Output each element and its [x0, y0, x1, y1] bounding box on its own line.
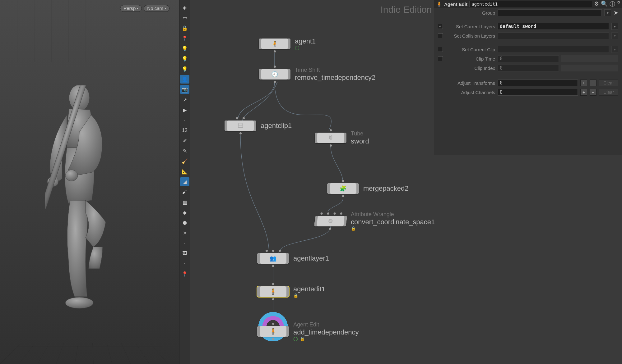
collision-layers-field[interactable] [498, 32, 609, 39]
adjust-channels-add-button[interactable]: + [580, 89, 587, 96]
display-tool-17[interactable]: ◢ [180, 177, 189, 186]
node-type-hint: Agent Edit [293, 321, 359, 328]
info-icon[interactable]: ⓘ [610, 0, 615, 8]
group-field[interactable] [498, 9, 602, 16]
gear-icon[interactable]: ⚙ [594, 0, 599, 8]
node-icon: 🧩 [340, 185, 346, 192]
display-tool-0[interactable]: ◈ [180, 3, 189, 12]
node-name-label: sword [351, 137, 369, 145]
viewport-grid [0, 343, 179, 364]
no-cam-menu[interactable]: No cam▾ [144, 5, 169, 12]
search-icon[interactable]: 🔍 [601, 0, 608, 8]
display-tool-25[interactable]: · [180, 259, 189, 268]
camera-label: Persp [123, 5, 136, 11]
camera-menu[interactable]: Persp▾ [120, 5, 142, 12]
display-tool-7[interactable]: 👤 [180, 75, 189, 84]
display-tool-15[interactable]: 🧹 [180, 157, 189, 166]
display-tool-16[interactable]: 📐 [180, 167, 189, 176]
node-agentlayer1[interactable]: 👥agentlayer1 [257, 253, 329, 264]
group-select-arrow-icon[interactable]: ➤ [614, 9, 618, 16]
adjust-channels-clear-button[interactable]: Clear [599, 89, 618, 96]
node-agentclip1[interactable]: 🎞agentclip1 [225, 121, 292, 131]
set-collision-layers-checkbox[interactable] [438, 33, 443, 38]
node-mergepacked2[interactable]: 🧩mergepacked2 [327, 183, 409, 194]
node-timeshift[interactable]: 🕘Time Shiftremove_timedependency2 [259, 67, 375, 82]
node-label-group: Attribute Wrangleconvert_coordinate_spac… [351, 211, 435, 231]
node-body[interactable]: 🕘 [259, 69, 290, 80]
display-tool-18[interactable]: 🖌 [180, 188, 189, 196]
clip-time-checkbox[interactable] [438, 56, 443, 61]
help-icon[interactable]: ? [617, 0, 620, 8]
display-tool-21[interactable]: ⬢ [180, 218, 189, 227]
node-add_time[interactable]: 🧍Agent Editadd_timedependency◯🔒 [257, 321, 359, 341]
node-body[interactable]: 🧍 [259, 39, 290, 49]
display-tool-19[interactable]: ▩ [180, 198, 189, 207]
current-clip-field[interactable] [498, 46, 609, 53]
display-tool-10[interactable]: ▶ [180, 106, 189, 114]
adjust-transforms-clear-button[interactable]: Clear [599, 80, 618, 86]
set-collision-layers-label: Set Collision Layers [445, 33, 495, 39]
node-body[interactable]: 🧩 [327, 183, 359, 194]
display-tool-6[interactable]: 💡 [180, 65, 189, 73]
current-layers-dropdown[interactable]: ▼ [611, 23, 618, 30]
node-body[interactable]: 👥 [257, 253, 289, 264]
node-agentedit1[interactable]: 🧍agentedit1🔒 [257, 285, 325, 298]
adjust-channels-remove-button[interactable]: − [590, 89, 596, 96]
group-dropdown[interactable]: ▼ [604, 9, 611, 16]
set-current-layers-label: Set Current Layers [445, 24, 495, 29]
node-name-label: mergepacked2 [363, 184, 409, 193]
display-tool-3[interactable]: 📍 [180, 34, 189, 43]
node-type-hint: Tube [351, 130, 369, 137]
display-tool-8[interactable]: 📷 [180, 85, 189, 94]
display-tool-4[interactable]: 💡 [180, 44, 189, 53]
current-clip-dropdown[interactable]: ▼ [611, 46, 618, 53]
display-tool-24[interactable]: 🖼 [180, 249, 189, 258]
display-tool-22[interactable]: ✳ [180, 229, 189, 237]
node-label-group: agent1◯ [295, 37, 316, 50]
node-body[interactable]: 🛢 [315, 133, 346, 143]
display-tool-11[interactable]: · [180, 116, 189, 125]
svg-point-1 [65, 170, 78, 181]
display-tool-12[interactable]: 12 [180, 126, 189, 135]
adjust-transforms-field[interactable] [498, 80, 578, 86]
clip-index-label: Clip Index [445, 66, 495, 71]
display-tool-5[interactable]: 💡 [180, 54, 189, 63]
node-label-group: Time Shiftremove_timedependency2 [295, 67, 375, 82]
node-name-label: add_timedependency [293, 328, 359, 336]
collision-layers-dropdown[interactable]: ▼ [611, 32, 618, 39]
node-sword[interactable]: 🛢Tubesword [315, 130, 369, 145]
set-current-clip-checkbox[interactable] [438, 47, 443, 52]
node-label-group: agentedit1🔒 [293, 285, 325, 298]
adjust-transforms-add-button[interactable]: + [580, 80, 587, 86]
node-body[interactable]: 🧍 [257, 286, 289, 297]
set-current-layers-checkbox[interactable]: ✓ [438, 24, 443, 29]
viewport-3d[interactable]: Persp▾ No cam▾ [0, 0, 179, 364]
node-label-group: mergepacked2 [363, 184, 409, 193]
node-name-label: agentlayer1 [293, 254, 329, 262]
display-tool-20[interactable]: ◆ [180, 208, 189, 217]
display-tool-9[interactable]: ↗ [180, 95, 189, 104]
clip-index-slider[interactable] [561, 65, 618, 71]
adjust-transforms-label: Adjust Transforms [445, 80, 495, 86]
display-tool-14[interactable]: ✎ [180, 147, 189, 155]
display-tool-13[interactable]: ✐ [180, 136, 189, 145]
node-body[interactable]: ⚙ [314, 216, 347, 226]
adjust-channels-field[interactable] [498, 89, 578, 96]
display-tool-23[interactable]: · [180, 239, 189, 248]
clip-time-field[interactable] [498, 55, 559, 62]
current-layers-field[interactable] [498, 23, 609, 30]
display-tool-2[interactable]: 🔒 [180, 24, 189, 32]
clip-index-field[interactable] [498, 65, 559, 71]
display-tool-1[interactable]: ▭ [180, 13, 189, 22]
parameter-pane: 🧍 Agent Edit ⚙ 🔍 ⓘ ? Group ▼ ➤ ✓ Set Cur… [434, 0, 622, 155]
node-body[interactable]: 🎞 [225, 121, 256, 131]
node-convert[interactable]: ⚙Attribute Wrangleconvert_coordinate_spa… [315, 211, 435, 231]
display-tool-26[interactable]: 📍 [180, 270, 189, 278]
node-name-field[interactable] [469, 1, 592, 7]
node-type-hint: Attribute Wrangle [351, 211, 435, 218]
node-agent1[interactable]: 🧍agent1◯ [259, 37, 316, 50]
adjust-transforms-remove-button[interactable]: − [590, 80, 596, 86]
node-body[interactable]: 🧍 [257, 326, 289, 337]
clip-time-slider[interactable] [561, 55, 618, 62]
node-name-label: agent1 [295, 37, 316, 45]
